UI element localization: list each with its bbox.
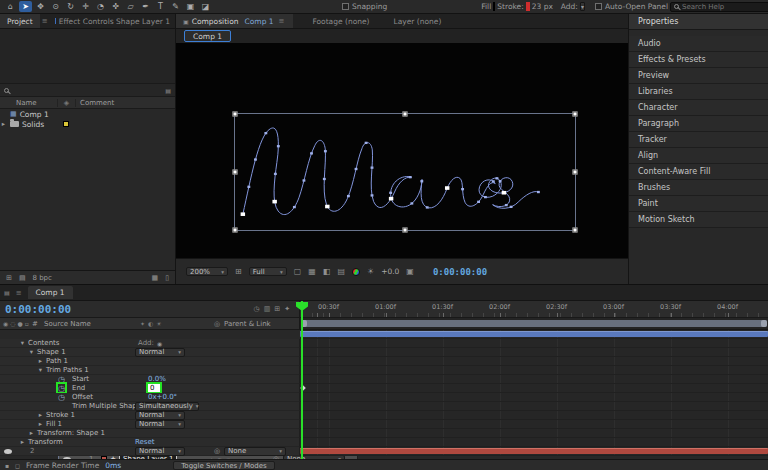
exposure-value[interactable]: +0.0 [381,267,399,276]
timeline-view-icons[interactable]: ◷▥⊞✦ [254,305,294,313]
grid-options-icon[interactable]: ⊞ [235,267,242,276]
twirl-toggle[interactable]: ▸ [28,429,35,437]
add-shape-dropdown[interactable]: ▾ [580,2,585,11]
twirl-toggle[interactable]: ▸ [19,438,26,446]
blend-mode-dropdown[interactable]: Normal▾ [135,348,185,356]
selection-handle[interactable] [573,228,578,233]
fill-color-swatch[interactable] [493,2,495,11]
tab-composition[interactable]: ▣ Composition Comp 1 ≡ [176,14,293,28]
current-timecode[interactable]: 0:00:00:00 [5,303,71,316]
shape-selection-box[interactable] [234,113,576,231]
eraser-tool[interactable]: ◪ [199,1,212,12]
blend-mode-dropdown[interactable]: Normal▾ [135,420,185,428]
search-input[interactable] [682,3,768,11]
panel-content-aware-fill[interactable]: Content-Aware Fill [629,164,768,180]
snapshot-camera-icon[interactable]: ▣ [406,267,414,276]
properties-panel-header[interactable]: Properties [629,14,768,30]
help-search[interactable] [670,2,768,12]
selection-handle[interactable] [403,228,408,233]
property-value-input[interactable]: 0 [148,384,160,392]
magnification-dropdown[interactable]: 200%▾ [186,267,228,276]
shape-tool[interactable]: ▱ [124,1,137,12]
stroke-width-value[interactable]: 23 px [532,2,553,11]
column-comment[interactable]: Comment [76,99,175,107]
selection-handle[interactable] [403,112,408,117]
work-area-strip[interactable] [300,318,768,330]
draft-3d-icon[interactable]: ◻ [15,462,20,469]
parent-pickwhip-icon[interactable]: ◎ [214,447,220,455]
type-tool[interactable]: T [154,1,167,12]
auto-open-panel-toggle[interactable]: Auto-Open Panel [595,2,668,11]
project-flowchart-icon[interactable]: ▤ [165,87,171,94]
channel-icon[interactable] [352,268,360,276]
twirl-toggle[interactable]: ▸ [37,411,44,419]
project-item-solids[interactable]: ▸Solids [0,119,175,129]
twirl-toggle[interactable]: ▾ [37,366,44,374]
viewer-timecode[interactable]: 0:00:00:00 [433,267,487,277]
exposure-icon[interactable]: ☀ [367,267,374,276]
region-of-interest-icon[interactable]: ▢ [294,267,302,276]
pen-tool[interactable]: ✒ [139,1,152,12]
home-tool[interactable]: ⌂ [4,1,17,12]
zoom-tool[interactable]: ⊙ [49,1,62,12]
panel-tracker[interactable]: Tracker [629,132,768,148]
clone-stamp-tool[interactable]: ▣ [184,1,197,12]
parent-link-dropdown[interactable]: None▾ [224,447,286,455]
orbit-camera-tool[interactable]: ↻ [64,1,77,12]
pan-camera-tool[interactable]: ✛ [79,1,92,12]
timeline-tab-comp1[interactable]: Comp 1 [28,286,73,299]
delete-icon[interactable]: ▯ [165,274,169,282]
interpret-footage-icon[interactable]: ⊞ [6,274,12,282]
panel-character[interactable]: Character [629,100,768,116]
work-area-bar[interactable] [301,320,767,327]
rotation-tool[interactable]: ◔ [94,1,107,12]
tab-layer[interactable]: Layer (none) [389,17,447,26]
panel-effects-presets[interactable]: Effects & Presets [629,52,768,68]
timeline-ruler[interactable]: 00:30f01:00f01:30f02:00f02:30f03:00f03:3… [300,301,768,318]
project-column-headers[interactable]: Name ◈ Comment [0,97,175,109]
add-button[interactable]: ◉ [157,339,162,347]
comp-mini-tab[interactable]: Comp 1 [184,30,231,42]
tab-effect-controls[interactable]: Effect Controls Shape Layer 1 [50,17,175,26]
guides-icon[interactable]: ▤ [337,267,345,276]
selection-handle[interactable] [233,170,238,175]
composition-canvas[interactable] [176,43,628,258]
layer-duration-bar[interactable] [300,331,768,337]
property-value[interactable]: 0x+0.0° [148,393,177,401]
bit-depth-label[interactable]: 8 bpc [33,274,52,282]
panel-brushes[interactable]: Brushes [629,180,768,196]
tab-project[interactable]: Project [0,14,40,28]
resolution-dropdown[interactable]: Full▾ [249,267,287,276]
hand-tool[interactable]: ✥ [34,1,47,12]
twirl-toggle[interactable]: ▾ [28,348,35,356]
panel-motion-sketch[interactable]: Motion Sketch [629,212,768,228]
reset-link[interactable]: Reset [135,438,155,446]
mask-visibility-icon[interactable]: ◧ [323,267,331,276]
blend-mode-dropdown[interactable]: Normal▾ [135,447,185,455]
panel-libraries[interactable]: Libraries [629,84,768,100]
brush-tool[interactable]: ✎ [169,1,182,12]
project-search-row[interactable]: ▤ [0,84,175,97]
stopwatch-icon[interactable]: ◷ [58,393,65,401]
transparency-grid-icon[interactable]: ▦ [308,267,316,276]
selection-handle[interactable] [233,112,238,117]
panel-preview[interactable]: Preview [629,68,768,84]
panel-paragraph[interactable]: Paragraph [629,116,768,132]
layer-visibility-toggle[interactable] [4,447,12,455]
twirl-toggle[interactable]: ▾ [19,339,26,347]
stopwatch-icon[interactable]: ◷ [58,384,65,392]
selection-tool[interactable]: ➤ [19,1,32,12]
snapping-toggle[interactable]: Snapping [342,2,387,11]
tab-footage[interactable]: Footage (none) [307,17,374,26]
project-item-comp-1[interactable]: ▦Comp 1 [0,109,175,119]
anchor-point-tool[interactable]: ✜ [109,1,122,12]
selection-handle[interactable] [573,170,578,175]
panel-audio[interactable]: Audio [629,36,768,52]
label-color-chip[interactable] [63,121,69,127]
selection-handle[interactable] [233,228,238,233]
property-dropdown[interactable]: Simultaneously▾ [135,402,199,410]
twirl-toggle[interactable]: ▸ [37,420,44,428]
auto-open-checkbox[interactable] [595,3,602,10]
blend-mode-dropdown[interactable]: Normal▾ [135,411,185,419]
twirl-toggle[interactable]: ▸ [37,357,44,365]
